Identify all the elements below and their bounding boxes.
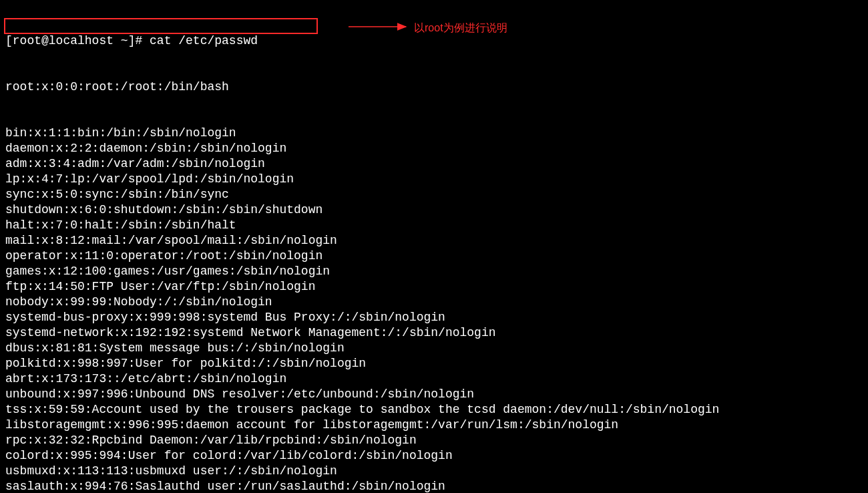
passwd-line: shutdown:x:6:0:shutdown:/sbin:/sbin/shut… [5,202,863,218]
passwd-line: unbound:x:997:996:Unbound DNS resolver:/… [5,387,863,402]
passwd-line: polkitd:x:998:997:User for polkitd:/:/sb… [5,356,863,371]
passwd-lines-container: bin:x:1:1:bin:/bin:/sbin/nologindaemon:x… [5,126,863,493]
passwd-line: systemd-network:x:192:192:systemd Networ… [5,325,863,341]
prompt-text: [root@localhost ~]# cat /etc/passwd [5,34,258,47]
passwd-line: bin:x:1:1:bin:/bin:/sbin/nologin [5,126,863,141]
passwd-line: abrt:x:173:173::/etc/abrt:/sbin/nologin [5,371,863,387]
passwd-line: operator:x:11:0:operator:/root:/sbin/nol… [5,249,863,264]
passwd-line: halt:x:7:0:halt:/sbin:/sbin/halt [5,218,863,233]
passwd-line: usbmuxd:x:113:113:usbmuxd user:/:/sbin/n… [5,464,863,479]
passwd-line: lp:x:4:7:lp:/var/spool/lpd:/sbin/nologin [5,172,863,187]
passwd-line: mail:x:8:12:mail:/var/spool/mail:/sbin/n… [5,233,863,249]
passwd-line: saslauth:x:994:76:Saslauthd user:/run/sa… [5,479,863,493]
passwd-line-root: root:x:0:0:root:/root:/bin/bash [5,79,863,95]
passwd-line: colord:x:995:994:User for colord:/var/li… [5,448,863,464]
passwd-line: rpc:x:32:32:Rpcbind Daemon:/var/lib/rpcb… [5,433,863,448]
passwd-line: tss:x:59:59:Account used by the trousers… [5,402,863,418]
passwd-line: nobody:x:99:99:Nobody:/:/sbin/nologin [5,295,863,310]
passwd-line: systemd-bus-proxy:x:999:998:systemd Bus … [5,310,863,325]
passwd-line: libstoragemgmt:x:996:995:daemon account … [5,418,863,433]
terminal-output[interactable]: [root@localhost ~]# cat /etc/passwd root… [5,3,863,493]
passwd-line: dbus:x:81:81:System message bus:/:/sbin/… [5,341,863,356]
passwd-line: ftp:x:14:50:FTP User:/var/ftp:/sbin/nolo… [5,279,863,295]
passwd-line: games:x:12:100:games:/usr/games:/sbin/no… [5,264,863,279]
passwd-line: daemon:x:2:2:daemon:/sbin:/sbin/nologin [5,141,863,156]
passwd-line: adm:x:3:4:adm:/var/adm:/sbin/nologin [5,156,863,172]
passwd-line: sync:x:5:0:sync:/sbin:/bin/sync [5,187,863,202]
command-prompt-line: [root@localhost ~]# cat /etc/passwd [5,33,863,49]
